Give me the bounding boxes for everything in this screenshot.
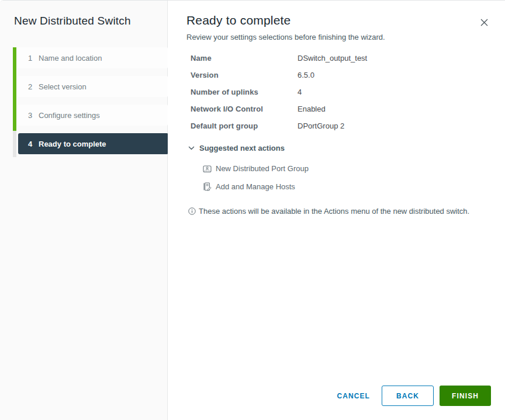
summary-label: Version: [191, 71, 298, 79]
summary-label: Network I/O Control: [191, 105, 298, 113]
close-icon[interactable]: [478, 16, 490, 28]
summary-row-nioc: Network I/O Control Enabled: [186, 100, 491, 117]
step-label: Ready to complete: [39, 140, 106, 148]
panel-header: Ready to complete Review your settings s…: [186, 13, 491, 41]
chevron-down-icon: [188, 145, 195, 151]
summary-label: Default port group: [191, 122, 298, 130]
cancel-button[interactable]: CANCEL: [330, 386, 377, 406]
wizard-footer: CANCEL BACK FINISH: [186, 386, 491, 406]
step-label: Select version: [39, 82, 87, 91]
wizard-title: New Distributed Switch: [0, 1, 167, 27]
back-button[interactable]: BACK: [382, 386, 434, 406]
actions-availability-note: These actions will be available in the A…: [186, 206, 483, 216]
step-label: Name and location: [39, 54, 102, 63]
suggested-actions-header: Suggested next actions: [199, 144, 285, 152]
step-number: 1: [28, 54, 39, 63]
summary-row-version: Version 6.5.0: [186, 67, 491, 84]
port-group-icon: [203, 165, 212, 173]
progress-rail-completed: [13, 47, 16, 131]
wizard-sidebar: New Distributed Switch 1 Name and locati…: [0, 1, 168, 420]
action-item-label: New Distributed Port Group: [216, 164, 309, 173]
step-number: 4: [28, 140, 39, 148]
ready-to-complete-panel: Ready to complete Review your settings s…: [168, 1, 505, 420]
summary-row-uplinks: Number of uplinks 4: [186, 84, 491, 100]
hosts-edit-icon: [203, 182, 212, 191]
wizard-steps: 1 Name and location 2 Select version 3 C…: [18, 47, 167, 162]
action-add-and-manage-hosts[interactable]: Add and Manage Hosts: [203, 178, 491, 196]
progress-rail-current: [13, 131, 16, 157]
step-label: Configure settings: [39, 111, 100, 120]
summary-value: 6.5.0: [298, 71, 491, 79]
summary-value: DPortGroup 2: [298, 122, 491, 130]
step-select-version[interactable]: 2 Select version: [18, 76, 168, 97]
note-text: These actions will be available in the A…: [199, 207, 469, 216]
suggested-actions-toggle[interactable]: Suggested next actions: [186, 144, 491, 152]
page-title: Ready to complete: [186, 13, 491, 27]
summary-row-port-group: Default port group DPortGroup 2: [186, 117, 491, 134]
summary-row-name: Name DSwitch_output_test: [186, 50, 491, 67]
settings-summary-table: Name DSwitch_output_test Version 6.5.0 N…: [186, 50, 491, 134]
summary-value: 4: [298, 88, 491, 96]
step-number: 2: [28, 82, 39, 91]
action-new-distributed-port-group[interactable]: New Distributed Port Group: [203, 159, 491, 178]
step-configure-settings[interactable]: 3 Configure settings: [18, 105, 168, 126]
info-icon: [188, 207, 196, 215]
step-number: 3: [28, 111, 39, 120]
new-distributed-switch-wizard: New Distributed Switch 1 Name and locati…: [0, 0, 505, 420]
summary-value: DSwitch_output_test: [298, 54, 491, 63]
step-ready-to-complete[interactable]: 4 Ready to complete: [18, 133, 168, 154]
summary-label: Name: [191, 54, 298, 63]
suggested-next-actions-section: Suggested next actions New Distributed P…: [186, 144, 491, 196]
action-items: New Distributed Port Group Add and Manag…: [203, 159, 491, 196]
step-name-and-location[interactable]: 1 Name and location: [18, 47, 168, 68]
page-subtitle: Review your settings selections before f…: [186, 33, 491, 41]
action-item-label: Add and Manage Hosts: [216, 182, 295, 191]
summary-value: Enabled: [298, 105, 491, 113]
content-spacer: [186, 216, 491, 386]
finish-button[interactable]: FINISH: [440, 386, 491, 406]
summary-label: Number of uplinks: [191, 88, 298, 96]
